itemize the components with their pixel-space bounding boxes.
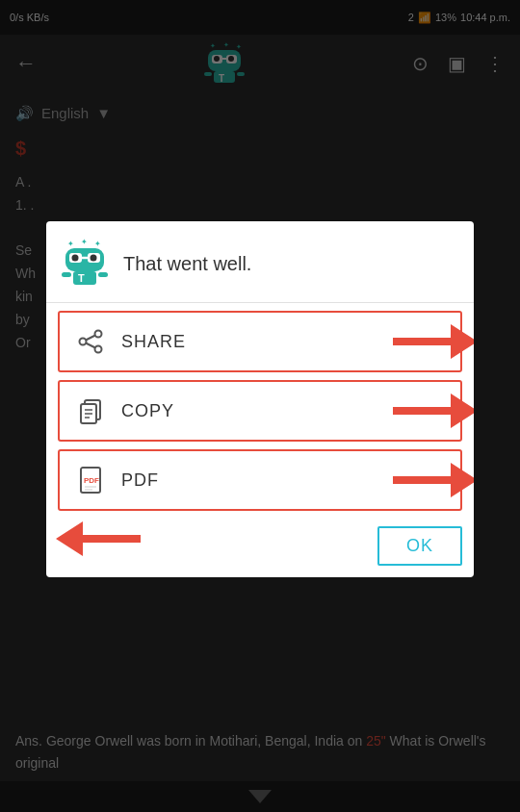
ok-button[interactable]: OK [377,526,462,566]
pdf-label: PDF [121,470,159,491]
share-label: SHARE [121,332,186,352]
svg-rect-24 [62,272,71,277]
svg-text:✦: ✦ [94,240,101,248]
svg-text:✦: ✦ [67,240,74,248]
svg-marker-43 [56,521,141,556]
copy-icon [75,395,106,426]
svg-rect-22 [73,271,96,285]
svg-rect-25 [98,272,108,277]
copy-label: COPY [121,401,174,421]
pdf-button[interactable]: PDF PDF [58,449,462,511]
svg-point-28 [80,339,87,345]
pdf-icon: PDF [75,465,106,495]
svg-point-20 [91,255,97,262]
svg-point-26 [95,331,102,338]
svg-line-29 [86,336,95,341]
svg-point-27 [95,346,102,353]
share-button[interactable]: SHARE [58,311,462,372]
share-icon [75,326,106,357]
dialog-robot-icon: ✦ ✦ ✦ T [60,239,110,289]
dialog-title: That went well. [123,253,251,275]
dialog: ✦ ✦ ✦ T That went well. [46,221,474,577]
svg-text:PDF: PDF [84,476,99,485]
dialog-footer: OK [46,519,474,577]
svg-text:T: T [78,272,85,284]
svg-line-30 [86,343,95,348]
dialog-header: ✦ ✦ ✦ T That went well. [46,221,474,303]
copy-button[interactable]: COPY [58,380,462,442]
svg-point-19 [72,255,79,262]
svg-text:✦: ✦ [81,239,88,246]
ok-arrow [56,518,141,560]
